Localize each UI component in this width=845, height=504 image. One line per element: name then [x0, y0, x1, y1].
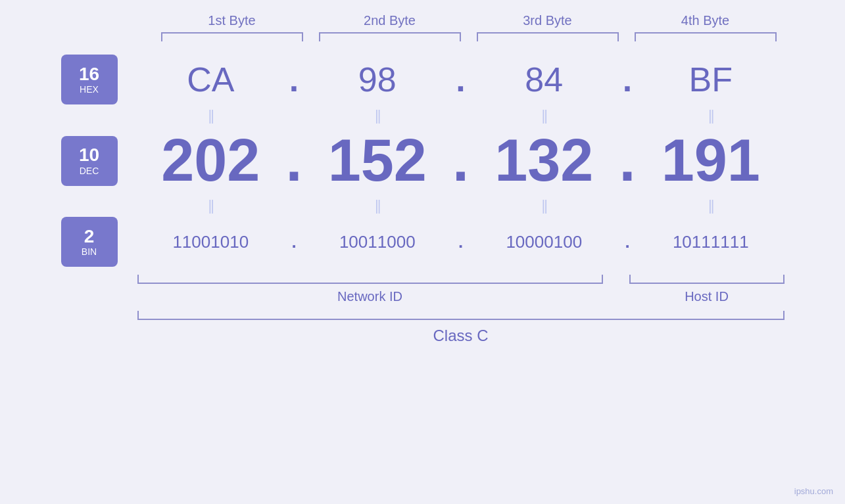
hex-badge-label: HEX: [80, 84, 99, 95]
dec-byte4: 191: [637, 127, 785, 195]
bin-row: 2 BIN 11001010 . 10011000 . 10000100 . 1…: [61, 217, 785, 267]
byte-header-2: 2nd Byte: [311, 13, 469, 28]
dec-values: 202 . 152 . 132 . 191: [137, 127, 785, 195]
eq-b-2: ||: [304, 197, 451, 214]
hex-badge: 16 HEX: [61, 55, 118, 104]
dec-row: 10 DEC 202 . 152 . 132 . 191: [61, 127, 785, 195]
dot-dec-2: .: [451, 127, 471, 195]
dot-hex-1: .: [284, 60, 304, 99]
network-bracket: [137, 275, 603, 284]
host-id-section: Host ID: [629, 275, 785, 304]
dot-dec-1: .: [284, 127, 304, 195]
equals-hex-dec: || || || ||: [61, 107, 785, 124]
hex-byte4: BF: [637, 60, 785, 99]
dot-bin-3: .: [617, 232, 637, 252]
eq-b-4: ||: [637, 197, 785, 214]
hex-values: CA . 98 . 84 . BF: [137, 60, 785, 99]
eq-2: ||: [304, 107, 451, 124]
main-container: 1st Byte 2nd Byte 3rd Byte 4th Byte 16 H…: [61, 13, 785, 345]
eq-b-1: ||: [137, 197, 285, 214]
bin-badge-label: BIN: [82, 246, 97, 257]
bin-values: 11001010 . 10011000 . 10000100 . 1011111…: [137, 232, 785, 252]
eq-1: ||: [137, 107, 285, 124]
byte-header-4: 4th Byte: [627, 13, 785, 28]
host-bracket: [629, 275, 785, 284]
bin-badge-number: 2: [84, 227, 95, 247]
hex-row: 16 HEX CA . 98 . 84 . BF: [61, 55, 785, 104]
bracket-top-3: [477, 32, 619, 41]
dec-byte1: 202: [137, 127, 285, 195]
hex-byte2: 98: [304, 60, 451, 99]
eq-4: ||: [637, 107, 785, 124]
dot-hex-3: .: [617, 60, 637, 99]
bracket-top-2: [319, 32, 461, 41]
dec-badge-label: DEC: [80, 166, 99, 176]
dec-byte3: 132: [471, 127, 618, 195]
class-label: Class C: [433, 327, 488, 345]
dec-badge: 10 DEC: [61, 136, 118, 186]
bracket-top-4: [635, 32, 777, 41]
bin-byte4: 10111111: [637, 232, 785, 252]
bin-byte3: 10000100: [471, 232, 618, 252]
byte-header-3: 3rd Byte: [469, 13, 627, 28]
bin-byte1: 11001010: [137, 232, 285, 252]
hex-byte1: CA: [137, 60, 285, 99]
dot-bin-2: .: [451, 232, 471, 252]
bin-badge: 2 BIN: [61, 217, 118, 267]
hex-badge-number: 16: [79, 64, 99, 85]
dot-bin-1: .: [284, 232, 304, 252]
dot-hex-2: .: [451, 60, 471, 99]
bracket-tops: [61, 32, 785, 41]
eq-b-3: ||: [471, 197, 618, 214]
dec-byte2: 152: [304, 127, 451, 195]
eq-3: ||: [471, 107, 618, 124]
network-id-label: Network ID: [337, 289, 402, 304]
watermark: ipshu.com: [794, 486, 833, 496]
hex-byte3: 84: [471, 60, 618, 99]
dot-dec-3: .: [617, 127, 637, 195]
byte-header-1: 1st Byte: [153, 13, 311, 28]
equals-dec-bin: || || || ||: [61, 197, 785, 214]
host-id-label: Host ID: [685, 289, 729, 304]
bin-byte2: 10011000: [304, 232, 451, 252]
dec-badge-number: 10: [79, 145, 99, 166]
byte-headers: 1st Byte 2nd Byte 3rd Byte 4th Byte: [61, 13, 785, 28]
network-id-section: Network ID: [137, 275, 603, 304]
class-bracket: [137, 311, 785, 320]
bracket-top-1: [161, 32, 303, 41]
